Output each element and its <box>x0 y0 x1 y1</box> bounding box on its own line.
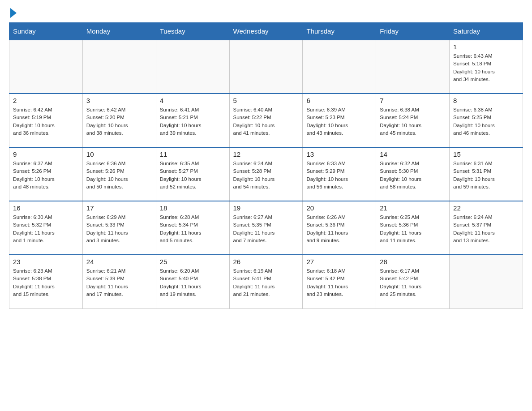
calendar-cell: 19Sunrise: 6:27 AMSunset: 5:35 PMDayligh… <box>229 201 303 255</box>
calendar-cell: 4Sunrise: 6:41 AMSunset: 5:21 PMDaylight… <box>156 94 229 147</box>
weekday-header-sunday: Sunday <box>9 23 83 40</box>
weekday-header-friday: Friday <box>376 23 450 40</box>
day-number: 28 <box>380 258 446 265</box>
calendar-cell: 17Sunrise: 6:29 AMSunset: 5:33 PMDayligh… <box>82 201 156 255</box>
calendar-table: SundayMondayTuesdayWednesdayThursdayFrid… <box>9 22 523 309</box>
day-number: 3 <box>86 97 152 104</box>
day-info: Sunrise: 6:19 AMSunset: 5:41 PMDaylight:… <box>233 267 299 298</box>
day-number: 24 <box>86 258 152 265</box>
day-info: Sunrise: 6:42 AMSunset: 5:20 PMDaylight:… <box>86 106 152 137</box>
calendar-week-row: 23Sunrise: 6:23 AMSunset: 5:38 PMDayligh… <box>9 255 523 308</box>
day-number: 18 <box>160 204 226 212</box>
calendar-cell: 11Sunrise: 6:35 AMSunset: 5:27 PMDayligh… <box>156 147 229 201</box>
day-info: Sunrise: 6:17 AMSunset: 5:42 PMDaylight:… <box>380 267 446 298</box>
day-number: 5 <box>233 97 299 104</box>
calendar-week-row: 16Sunrise: 6:30 AMSunset: 5:32 PMDayligh… <box>9 201 523 255</box>
day-number: 4 <box>160 97 226 104</box>
day-number: 17 <box>86 204 152 212</box>
calendar-cell: 10Sunrise: 6:36 AMSunset: 5:26 PMDayligh… <box>82 147 156 201</box>
day-number: 13 <box>306 150 372 158</box>
calendar-cell: 27Sunrise: 6:18 AMSunset: 5:42 PMDayligh… <box>303 255 376 308</box>
day-number: 21 <box>380 204 446 212</box>
day-number: 11 <box>160 150 226 158</box>
calendar-cell <box>376 40 450 94</box>
day-info: Sunrise: 6:38 AMSunset: 5:24 PMDaylight:… <box>380 106 446 137</box>
calendar-cell: 16Sunrise: 6:30 AMSunset: 5:32 PMDayligh… <box>9 201 83 255</box>
calendar-cell: 25Sunrise: 6:20 AMSunset: 5:40 PMDayligh… <box>156 255 229 308</box>
calendar-cell: 21Sunrise: 6:25 AMSunset: 5:36 PMDayligh… <box>376 201 450 255</box>
logo-arrow-icon <box>10 8 17 18</box>
calendar-cell: 2Sunrise: 6:42 AMSunset: 5:19 PMDaylight… <box>9 94 83 147</box>
day-number: 19 <box>233 204 299 212</box>
day-info: Sunrise: 6:35 AMSunset: 5:27 PMDaylight:… <box>160 160 226 191</box>
day-info: Sunrise: 6:21 AMSunset: 5:39 PMDaylight:… <box>86 267 152 298</box>
calendar-cell: 24Sunrise: 6:21 AMSunset: 5:39 PMDayligh… <box>82 255 156 308</box>
weekday-header-thursday: Thursday <box>303 23 376 40</box>
day-number: 25 <box>160 258 226 265</box>
day-info: Sunrise: 6:20 AMSunset: 5:40 PMDaylight:… <box>160 267 226 298</box>
day-info: Sunrise: 6:42 AMSunset: 5:19 PMDaylight:… <box>13 106 79 137</box>
calendar-cell: 9Sunrise: 6:37 AMSunset: 5:26 PMDaylight… <box>9 147 83 201</box>
calendar-cell: 28Sunrise: 6:17 AMSunset: 5:42 PMDayligh… <box>376 255 450 308</box>
day-info: Sunrise: 6:34 AMSunset: 5:28 PMDaylight:… <box>233 160 299 191</box>
day-number: 10 <box>86 150 152 158</box>
calendar-cell: 22Sunrise: 6:24 AMSunset: 5:37 PMDayligh… <box>450 201 523 255</box>
calendar-cell: 23Sunrise: 6:23 AMSunset: 5:38 PMDayligh… <box>9 255 83 308</box>
calendar-cell: 13Sunrise: 6:33 AMSunset: 5:29 PMDayligh… <box>303 147 376 201</box>
calendar-week-row: 9Sunrise: 6:37 AMSunset: 5:26 PMDaylight… <box>9 147 523 201</box>
calendar-cell <box>82 40 156 94</box>
day-number: 14 <box>380 150 446 158</box>
day-info: Sunrise: 6:23 AMSunset: 5:38 PMDaylight:… <box>13 267 79 298</box>
calendar-cell <box>303 40 376 94</box>
day-number: 1 <box>453 43 519 51</box>
calendar-cell: 20Sunrise: 6:26 AMSunset: 5:36 PMDayligh… <box>303 201 376 255</box>
day-info: Sunrise: 6:41 AMSunset: 5:21 PMDaylight:… <box>160 106 226 137</box>
calendar-cell: 18Sunrise: 6:28 AMSunset: 5:34 PMDayligh… <box>156 201 229 255</box>
calendar-cell <box>156 40 229 94</box>
day-number: 16 <box>13 204 79 212</box>
day-number: 6 <box>306 97 372 104</box>
calendar-cell: 5Sunrise: 6:40 AMSunset: 5:22 PMDaylight… <box>229 94 303 147</box>
day-info: Sunrise: 6:28 AMSunset: 5:34 PMDaylight:… <box>160 214 226 244</box>
day-info: Sunrise: 6:43 AMSunset: 5:18 PMDaylight:… <box>453 52 519 83</box>
day-number: 15 <box>453 150 519 158</box>
day-number: 23 <box>13 258 79 265</box>
day-info: Sunrise: 6:26 AMSunset: 5:36 PMDaylight:… <box>306 214 372 244</box>
day-number: 22 <box>453 204 519 212</box>
calendar-cell: 1Sunrise: 6:43 AMSunset: 5:18 PMDaylight… <box>450 40 523 94</box>
calendar-week-row: 2Sunrise: 6:42 AMSunset: 5:19 PMDaylight… <box>9 94 523 147</box>
day-info: Sunrise: 6:37 AMSunset: 5:26 PMDaylight:… <box>13 160 79 191</box>
weekday-header-wednesday: Wednesday <box>229 23 303 40</box>
calendar-cell: 12Sunrise: 6:34 AMSunset: 5:28 PMDayligh… <box>229 147 303 201</box>
calendar-cell: 7Sunrise: 6:38 AMSunset: 5:24 PMDaylight… <box>376 94 450 147</box>
day-number: 26 <box>233 258 299 265</box>
day-info: Sunrise: 6:18 AMSunset: 5:42 PMDaylight:… <box>306 267 372 298</box>
weekday-header-saturday: Saturday <box>450 23 523 40</box>
day-info: Sunrise: 6:38 AMSunset: 5:25 PMDaylight:… <box>453 106 519 137</box>
calendar-cell: 26Sunrise: 6:19 AMSunset: 5:41 PMDayligh… <box>229 255 303 308</box>
day-info: Sunrise: 6:31 AMSunset: 5:31 PMDaylight:… <box>453 160 519 191</box>
logo <box>9 9 17 18</box>
calendar-cell: 15Sunrise: 6:31 AMSunset: 5:31 PMDayligh… <box>450 147 523 201</box>
calendar-cell <box>9 40 83 94</box>
weekday-header-monday: Monday <box>82 23 156 40</box>
day-info: Sunrise: 6:32 AMSunset: 5:30 PMDaylight:… <box>380 160 446 191</box>
day-info: Sunrise: 6:29 AMSunset: 5:33 PMDaylight:… <box>86 214 152 244</box>
day-info: Sunrise: 6:39 AMSunset: 5:23 PMDaylight:… <box>306 106 372 137</box>
calendar-cell: 8Sunrise: 6:38 AMSunset: 5:25 PMDaylight… <box>450 94 523 147</box>
day-info: Sunrise: 6:36 AMSunset: 5:26 PMDaylight:… <box>86 160 152 191</box>
calendar-week-row: 1Sunrise: 6:43 AMSunset: 5:18 PMDaylight… <box>9 40 523 94</box>
calendar-header-row: SundayMondayTuesdayWednesdayThursdayFrid… <box>9 23 523 40</box>
day-info: Sunrise: 6:25 AMSunset: 5:36 PMDaylight:… <box>380 214 446 244</box>
day-number: 8 <box>453 97 519 104</box>
day-number: 2 <box>13 97 79 104</box>
calendar-cell <box>450 255 523 308</box>
day-number: 27 <box>306 258 372 265</box>
page-header <box>9 9 523 18</box>
calendar-cell <box>229 40 303 94</box>
calendar-cell: 14Sunrise: 6:32 AMSunset: 5:30 PMDayligh… <box>376 147 450 201</box>
calendar-cell: 3Sunrise: 6:42 AMSunset: 5:20 PMDaylight… <box>82 94 156 147</box>
day-info: Sunrise: 6:27 AMSunset: 5:35 PMDaylight:… <box>233 214 299 244</box>
day-number: 9 <box>13 150 79 158</box>
day-number: 7 <box>380 97 446 104</box>
